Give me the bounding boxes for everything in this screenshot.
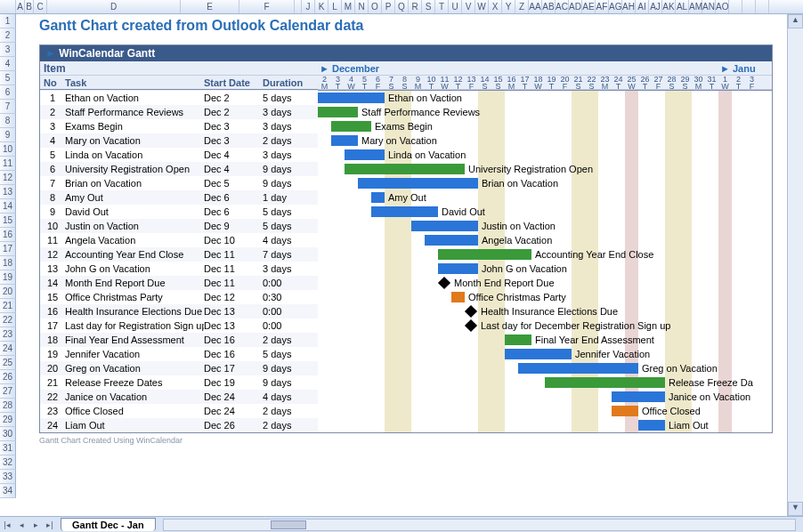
gantt-bar[interactable]: Staff Performance Reviews <box>318 107 358 117</box>
task-row[interactable]: 2Staff Performance ReviewsDec 23 days <box>40 105 318 119</box>
task-row[interactable]: 20Greg on VacationDec 179 days <box>40 361 318 375</box>
gantt-bar[interactable]: Jennifer Vacation <box>505 349 572 359</box>
gantt-bar[interactable]: Linda on Vacation <box>345 149 385 160</box>
task-row[interactable]: 16Health Insurance Elections DueDec 130:… <box>40 304 318 318</box>
col-header-cell[interactable]: AE <box>582 0 596 13</box>
col-header-cell[interactable]: L <box>328 0 342 13</box>
col-header-cell[interactable]: F <box>239 0 295 13</box>
row-header-cell[interactable]: 13 <box>0 185 16 199</box>
row-header-cell[interactable]: 8 <box>0 114 16 128</box>
col-header-cell[interactable]: D <box>47 0 181 13</box>
col-header-cell[interactable]: AB <box>542 0 556 13</box>
scroll-up-icon[interactable]: ▲ <box>788 14 803 28</box>
col-header-cell[interactable]: K <box>315 0 328 13</box>
row-header-cell[interactable]: 25 <box>0 356 16 370</box>
col-header-cell[interactable]: X <box>489 0 502 13</box>
task-row[interactable]: 11Angela VacationDec 104 days <box>40 233 318 247</box>
col-header-cell[interactable] <box>0 0 16 13</box>
col-header-cell[interactable]: J <box>302 0 315 13</box>
task-row[interactable]: 5Linda on VacationDec 43 days <box>40 148 318 162</box>
col-header-cell[interactable]: M <box>342 0 355 13</box>
col-header-cell[interactable]: Q <box>395 0 409 13</box>
row-header-cell[interactable]: 12 <box>0 171 16 185</box>
col-header-cell[interactable]: Z <box>515 0 529 13</box>
col-header-cell[interactable]: S <box>422 0 435 13</box>
gantt-bar[interactable]: Final Year End Assessment <box>505 335 531 345</box>
col-header-cell[interactable]: AH <box>622 0 636 13</box>
col-header-cell[interactable]: P <box>382 0 395 13</box>
col-header-cell[interactable]: AI <box>636 0 649 13</box>
task-row[interactable]: 9David OutDec 65 days <box>40 205 318 219</box>
col-header-cell[interactable]: N <box>355 0 369 13</box>
task-row[interactable]: 7Brian on VacationDec 59 days <box>40 176 318 190</box>
col-header-cell[interactable]: AA <box>529 0 542 13</box>
gantt-bar[interactable]: Brian on Vacation <box>358 178 478 189</box>
task-row[interactable]: 18Final Year End AssessmentDec 162 days <box>40 333 318 347</box>
col-header-cell[interactable] <box>742 0 756 13</box>
col-header-cell[interactable] <box>295 0 302 13</box>
col-header-cell[interactable]: AK <box>662 0 676 13</box>
col-header-cell[interactable]: Y <box>502 0 515 13</box>
row-header-cell[interactable]: 32 <box>0 455 16 470</box>
row-header-cell[interactable]: 2 <box>0 28 16 43</box>
gantt-bar[interactable]: Accounting Year End Close <box>438 249 531 260</box>
gantt-bar[interactable]: Exams Begin <box>331 121 371 132</box>
row-header-cell[interactable]: 27 <box>0 384 16 399</box>
row-header-cell[interactable]: 7 <box>0 100 16 114</box>
task-row[interactable]: 4Mary on VacationDec 32 days <box>40 133 318 148</box>
row-header-cell[interactable]: 1 <box>0 14 16 28</box>
row-header-cell[interactable]: 24 <box>0 342 16 356</box>
col-header-cell[interactable]: AD <box>569 0 582 13</box>
task-row[interactable]: 19Jennifer VacationDec 165 days <box>40 347 318 361</box>
col-header-cell[interactable] <box>729 0 742 13</box>
col-header-cell[interactable]: E <box>181 0 239 13</box>
tab-nav-prev-icon[interactable]: ◂ <box>14 518 28 532</box>
col-header-cell[interactable]: T <box>435 0 449 13</box>
row-header-cell[interactable]: 9 <box>0 128 16 142</box>
gantt-bar[interactable]: Angela Vacation <box>425 235 478 246</box>
row-header-cell[interactable]: 17 <box>0 242 16 256</box>
gantt-bar[interactable]: University Registration Open <box>345 164 465 174</box>
col-header-cell[interactable]: A <box>16 0 25 13</box>
row-header-cell[interactable]: 10 <box>0 142 16 157</box>
row-header-cell[interactable]: 29 <box>0 413 16 427</box>
row-header-cell[interactable]: 21 <box>0 299 16 313</box>
row-header-cell[interactable]: 23 <box>0 327 16 342</box>
task-row[interactable]: 12Accounting Year End CloseDec 117 days <box>40 247 318 262</box>
task-row[interactable]: 21Release Freeze DatesDec 199 days <box>40 375 318 390</box>
row-header-cell[interactable]: 28 <box>0 399 16 413</box>
col-header-cell[interactable]: R <box>409 0 422 13</box>
col-header-cell[interactable]: AL <box>676 0 689 13</box>
row-header-cell[interactable]: 26 <box>0 370 16 384</box>
row-header-cell[interactable]: 20 <box>0 285 16 299</box>
col-header-cell[interactable]: W <box>475 0 489 13</box>
gantt-bar[interactable]: Ethan on Vaction <box>318 93 385 103</box>
tab-nav-last-icon[interactable]: ▸| <box>43 518 57 532</box>
gantt-bar[interactable]: Janice on Vacation <box>612 391 665 402</box>
col-header-cell[interactable]: C <box>34 0 47 13</box>
row-header-cell[interactable]: 11 <box>0 157 16 171</box>
gantt-bar[interactable]: Greg on Vacation <box>518 363 638 374</box>
scroll-thumb[interactable] <box>271 520 306 529</box>
sheet-tab[interactable]: Gantt Dec - Jan <box>61 518 156 531</box>
task-row[interactable]: 3Exams BeginDec 33 days <box>40 119 318 133</box>
task-row[interactable]: 6University Registration OpenDec 49 days <box>40 162 318 176</box>
gantt-bar[interactable]: Justin on Vaction <box>411 221 478 231</box>
gantt-bar[interactable]: Office Christmas Party <box>451 292 465 302</box>
col-header-cell[interactable]: AJ <box>649 0 662 13</box>
col-header-cell[interactable]: B <box>25 0 34 13</box>
col-header-cell[interactable]: AC <box>556 0 569 13</box>
tab-nav-next-icon[interactable]: ▸ <box>28 518 43 532</box>
col-header-cell[interactable]: V <box>462 0 475 13</box>
task-row[interactable]: 22Janice on VacationDec 244 days <box>40 390 318 404</box>
row-header-cell[interactable]: 18 <box>0 256 16 270</box>
col-header-cell[interactable]: O <box>369 0 382 13</box>
row-header-cell[interactable]: 31 <box>0 441 16 455</box>
task-row[interactable]: 14Month End Report DueDec 110:00 <box>40 276 318 290</box>
row-header-cell[interactable]: 22 <box>0 313 16 327</box>
row-header-cell[interactable]: 16 <box>0 228 16 242</box>
task-row[interactable]: 1Ethan on VactionDec 25 days <box>40 91 318 105</box>
row-header-cell[interactable]: 4 <box>0 57 16 71</box>
tab-nav-first-icon[interactable]: |◂ <box>0 518 14 532</box>
row-header-cell[interactable]: 14 <box>0 199 16 214</box>
